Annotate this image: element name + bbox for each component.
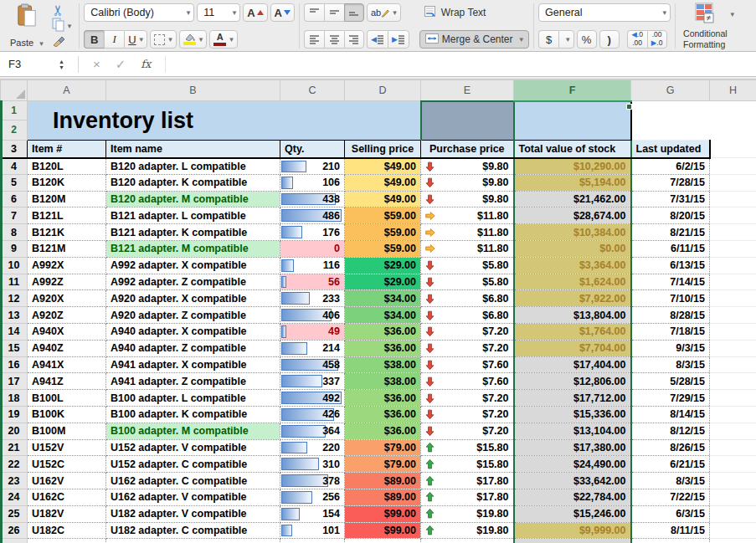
row-header-9[interactable]: 9 bbox=[1, 240, 28, 257]
cell-selling-price[interactable]: $99.00 bbox=[345, 522, 421, 539]
column-header-H[interactable]: H bbox=[710, 80, 756, 101]
cell-item[interactable]: B120K bbox=[28, 174, 106, 191]
cell-item[interactable]: A992X bbox=[28, 257, 106, 274]
cell-item-name[interactable]: A992 adapter. Z compatible bbox=[106, 274, 280, 290]
confirm-icon[interactable]: ✓ bbox=[116, 57, 126, 72]
cell-purchase-price[interactable]: $17.80 bbox=[421, 489, 514, 505]
fill-color-button[interactable] bbox=[179, 30, 208, 49]
cell-qty[interactable]: 256 bbox=[280, 489, 345, 505]
column-header-F[interactable]: F bbox=[514, 80, 631, 101]
cell-total-value[interactable]: $13,804.00 bbox=[514, 307, 631, 324]
cell-empty-h[interactable] bbox=[710, 323, 756, 340]
cell-total-value[interactable]: $0.00 bbox=[514, 240, 631, 257]
cell-selling-price[interactable]: $89.00 bbox=[345, 473, 421, 489]
cell-total-value[interactable]: $28,674.00 bbox=[514, 207, 631, 224]
cell-item-name[interactable]: U162 adapter. V compatible bbox=[106, 489, 280, 505]
cell-qty[interactable]: 106 bbox=[280, 174, 345, 191]
cell-selling-price[interactable]: $79.00 bbox=[345, 456, 421, 473]
column-header-G[interactable]: G bbox=[631, 80, 710, 101]
cell-empty-h[interactable] bbox=[710, 191, 756, 207]
cell-item[interactable]: B121M bbox=[28, 240, 106, 257]
cell-item-name[interactable]: B100 adapter. K compatible bbox=[106, 406, 280, 423]
cell-empty-h[interactable] bbox=[710, 356, 756, 373]
align-bottom-button[interactable] bbox=[344, 3, 364, 22]
name-box[interactable]: F3 bbox=[0, 58, 59, 70]
cell-qty[interactable]: 492 bbox=[280, 390, 345, 407]
cell-qty[interactable]: 116 bbox=[280, 257, 345, 274]
row-header-23[interactable]: 23 bbox=[1, 473, 28, 489]
cell-total-value[interactable]: $1,764.00 bbox=[514, 323, 631, 340]
cell-selling-price[interactable]: $36.00 bbox=[345, 390, 421, 407]
cell-item-name[interactable]: U152 adapter. V compatible bbox=[106, 439, 280, 456]
percent-button[interactable]: % bbox=[577, 30, 597, 49]
row-header-4[interactable]: 4 bbox=[1, 158, 28, 175]
selected-cell-f1[interactable] bbox=[421, 101, 514, 141]
cell-qty[interactable]: 49 bbox=[280, 323, 345, 340]
row-header-11[interactable]: 11 bbox=[1, 274, 28, 290]
cell-selling-price[interactable]: $36.00 bbox=[345, 340, 421, 356]
cell-purchase-price[interactable]: $7.20 bbox=[421, 423, 514, 439]
sheet-title-cell[interactable]: Inventory list bbox=[28, 101, 421, 141]
cell-qty[interactable]: 364 bbox=[280, 423, 345, 439]
cell-selling-price[interactable]: $49.00 bbox=[345, 191, 421, 207]
cell-item-name[interactable]: U182 adapter. V compatible bbox=[106, 505, 280, 522]
cell-item[interactable]: B100L bbox=[28, 390, 106, 407]
cell-last-updated[interactable]: 6/11/15 bbox=[631, 240, 710, 257]
cell-item[interactable]: B120L bbox=[28, 158, 106, 175]
cell-total-value[interactable]: $5,194.00 bbox=[514, 174, 631, 191]
cell-last-updated[interactable]: 8/12/15 bbox=[631, 423, 710, 439]
cancel-icon[interactable]: × bbox=[93, 57, 100, 71]
cell-purchase-price[interactable]: $9.80 bbox=[421, 174, 514, 191]
header-selling-price[interactable]: Selling price bbox=[345, 141, 421, 158]
cell-last-updated[interactable]: 7/22/15 bbox=[631, 489, 710, 505]
cell-total-value[interactable]: $7,704.00 bbox=[514, 340, 631, 356]
cell-last-updated[interactable]: 8/3/15 bbox=[631, 473, 710, 489]
format-painter-button[interactable] bbox=[50, 34, 74, 49]
cell-last-updated[interactable]: 6/3/15 bbox=[631, 505, 710, 522]
cell-purchase-price[interactable]: $15.80 bbox=[421, 456, 514, 473]
cell-empty-h[interactable] bbox=[710, 274, 756, 290]
cell-qty[interactable]: 214 bbox=[280, 340, 345, 356]
cell-item-name[interactable]: A940 adapter. X compatible bbox=[106, 323, 280, 340]
cell-purchase-price[interactable]: $11.80 bbox=[421, 207, 514, 224]
row-header-22[interactable]: 22 bbox=[1, 456, 28, 473]
cell-total-value[interactable]: $9,999.00 bbox=[514, 522, 631, 539]
number-format-combo[interactable]: General bbox=[538, 3, 671, 22]
row-header-5[interactable]: 5 bbox=[1, 174, 28, 191]
font-color-button[interactable]: A bbox=[209, 30, 238, 49]
cell-total-value[interactable]: $21,462.00 bbox=[514, 191, 631, 207]
wrap-text-button[interactable]: Wrap Text bbox=[419, 3, 529, 22]
cell-purchase-price[interactable]: $9.80 bbox=[421, 191, 514, 207]
cell-last-updated[interactable]: 8/14/15 bbox=[631, 406, 710, 423]
cell-last-updated[interactable]: 7/31/15 bbox=[631, 191, 710, 207]
orientation-button[interactable]: ab bbox=[367, 3, 401, 22]
cell-empty-h[interactable] bbox=[710, 439, 756, 456]
cell-item[interactable]: U152C bbox=[28, 456, 106, 473]
cell-selling-price[interactable]: $36.00 bbox=[345, 323, 421, 340]
cell-empty-h[interactable] bbox=[710, 240, 756, 257]
name-box-stepper[interactable]: ▲▼ bbox=[59, 59, 64, 70]
header-purchase-price[interactable]: Purchase price bbox=[421, 141, 514, 158]
align-center-button[interactable] bbox=[324, 30, 344, 49]
cell-item[interactable]: A941Z bbox=[28, 373, 106, 390]
cell-empty-h[interactable] bbox=[710, 340, 756, 356]
cell-total-value[interactable]: $15,336.00 bbox=[514, 406, 631, 423]
row-header-18[interactable]: 18 bbox=[1, 390, 28, 407]
cell-purchase-price[interactable]: $7.20 bbox=[421, 406, 514, 423]
increase-decimal-button[interactable]: ◀.0.00 bbox=[627, 30, 647, 49]
cell-empty-h[interactable] bbox=[710, 489, 756, 505]
cell-selling-price[interactable]: $36.00 bbox=[345, 406, 421, 423]
cell-purchase-price[interactable]: $5.80 bbox=[421, 257, 514, 274]
cell-item[interactable]: U182C bbox=[28, 522, 106, 539]
cell-item[interactable]: B100M bbox=[28, 423, 106, 439]
row-header-17[interactable]: 17 bbox=[1, 373, 28, 390]
cell-last-updated[interactable]: 6/13/15 bbox=[631, 257, 710, 274]
cell-item[interactable]: A940X bbox=[28, 323, 106, 340]
decrease-font-button[interactable]: A bbox=[270, 3, 295, 22]
cell-total-value[interactable]: $15,246.00 bbox=[514, 505, 631, 522]
cell-item[interactable]: U162V bbox=[28, 473, 106, 489]
row-header-12[interactable]: 12 bbox=[1, 290, 28, 307]
cell-purchase-price[interactable]: $7.20 bbox=[421, 323, 514, 340]
cell-last-updated[interactable]: 8/28/15 bbox=[631, 307, 710, 324]
cell-item[interactable]: A941X bbox=[28, 356, 106, 373]
